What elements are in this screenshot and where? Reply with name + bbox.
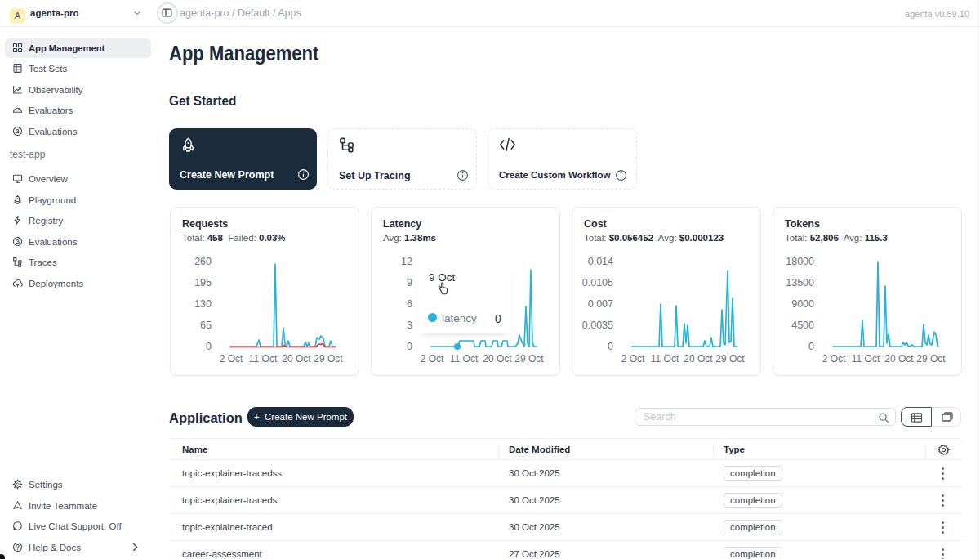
- svg-text:0: 0: [608, 341, 613, 352]
- svg-text:130: 130: [194, 298, 212, 310]
- svg-text:9: 9: [407, 277, 412, 288]
- svg-text:4500: 4500: [791, 320, 814, 331]
- svg-text:11 Oct: 11 Oct: [249, 353, 278, 364]
- svg-text:11 Oct: 11 Oct: [852, 353, 880, 364]
- svg-text:2 Oct: 2 Oct: [621, 353, 645, 364]
- svg-text:29 Oct: 29 Oct: [715, 353, 745, 364]
- svg-text:29 Oct: 29 Oct: [916, 353, 946, 364]
- svg-text:29 Oct: 29 Oct: [514, 353, 544, 364]
- svg-text:0: 0: [808, 341, 814, 352]
- svg-text:0.0035: 0.0035: [582, 320, 613, 331]
- svg-text:18000: 18000: [786, 256, 814, 267]
- svg-text:0.0105: 0.0105: [582, 277, 613, 288]
- svg-text:2 Oct: 2 Oct: [220, 353, 243, 364]
- svg-text:0.007: 0.007: [588, 298, 613, 310]
- svg-text:13500: 13500: [786, 277, 814, 288]
- svg-text:0.014: 0.014: [588, 256, 613, 267]
- svg-text:11 Oct: 11 Oct: [651, 353, 679, 364]
- svg-text:11 Oct: 11 Oct: [450, 353, 479, 364]
- svg-text:2 Oct: 2 Oct: [822, 353, 846, 364]
- svg-text:12: 12: [401, 256, 412, 267]
- svg-text:20 Oct: 20 Oct: [282, 353, 311, 364]
- svg-text:20 Oct: 20 Oct: [684, 353, 713, 364]
- svg-text:2 Oct: 2 Oct: [421, 353, 444, 364]
- svg-text:195: 195: [194, 277, 212, 288]
- svg-text:260: 260: [194, 256, 212, 267]
- svg-text:6: 6: [407, 298, 412, 310]
- svg-text:65: 65: [200, 320, 212, 331]
- svg-text:29 Oct: 29 Oct: [314, 353, 343, 364]
- svg-text:20 Oct: 20 Oct: [884, 353, 914, 364]
- svg-text:0: 0: [206, 341, 212, 352]
- svg-text:3: 3: [407, 320, 412, 331]
- svg-text:20 Oct: 20 Oct: [483, 353, 512, 364]
- svg-text:9000: 9000: [791, 298, 814, 310]
- svg-text:0: 0: [407, 341, 412, 352]
